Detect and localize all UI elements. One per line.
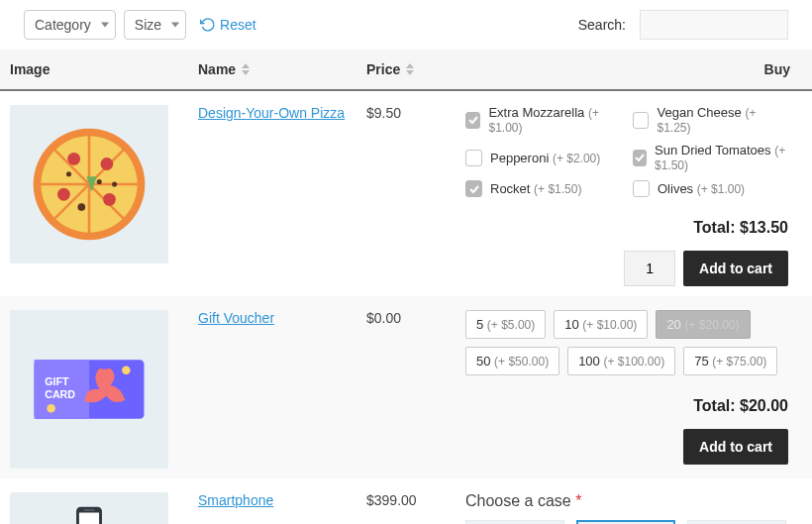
col-price[interactable]: Price — [366, 61, 465, 77]
table-row: Design-Your-Own Pizza $9.50 Extra Mozzar… — [0, 91, 812, 296]
search-input[interactable] — [640, 10, 788, 40]
pizza-icon — [26, 121, 152, 248]
option-checkbox[interactable]: Sun Dried Tomatoes (+ $1.50) — [633, 143, 788, 172]
sort-icon — [406, 63, 414, 75]
option-checkbox[interactable]: Extra Mozzarella (+ $1.00) — [465, 105, 621, 135]
option-checkbox[interactable]: Vegan Cheese (+ $1.25) — [633, 105, 788, 135]
svg-text:GIFT: GIFT — [45, 375, 69, 387]
svg-point-11 — [97, 179, 102, 184]
product-image[interactable] — [10, 105, 168, 263]
undo-icon — [200, 17, 216, 33]
size-select[interactable]: Size — [124, 10, 186, 40]
case-option[interactable] — [687, 520, 786, 524]
options-grid: Extra Mozzarella (+ $1.00) Vegan Cheese … — [465, 105, 788, 197]
svg-point-19 — [47, 404, 55, 413]
svg-point-9 — [103, 193, 116, 206]
amount-chip[interactable]: 5 (+ $5.00) — [465, 310, 546, 339]
reset-label: Reset — [220, 17, 256, 33]
amount-chip[interactable]: 10 (+ $10.00) — [554, 310, 648, 339]
col-image: Image — [10, 61, 198, 77]
reset-link[interactable]: Reset — [200, 17, 256, 33]
svg-rect-22 — [83, 509, 95, 511]
amount-chip[interactable]: 100 (+ $100.00) — [567, 347, 675, 375]
svg-text:CARD: CARD — [45, 388, 75, 400]
table-header: Image Name Price Buy — [0, 50, 812, 91]
total-label: Total: $13.50 — [465, 219, 788, 237]
product-name-link[interactable]: Smartphone — [198, 492, 273, 508]
svg-point-13 — [66, 171, 71, 176]
col-buy: Buy — [465, 61, 802, 77]
product-price: $399.00 — [366, 492, 465, 524]
chevron-down-icon — [171, 23, 179, 28]
product-price: $9.50 — [366, 105, 465, 286]
product-name-link[interactable]: Design-Your-Own Pizza — [198, 105, 345, 121]
chevron-down-icon — [101, 23, 109, 28]
case-option[interactable] — [465, 520, 564, 524]
add-to-cart-button[interactable]: Add to cart — [683, 251, 788, 286]
quantity-input[interactable] — [624, 251, 675, 286]
product-name-link[interactable]: Gift Voucher — [198, 310, 274, 326]
option-checkbox[interactable]: Rocket (+ $1.50) — [465, 180, 621, 197]
category-select-label: Category — [35, 17, 91, 33]
svg-point-10 — [77, 203, 85, 211]
table-row: GIFT CARD Gift Voucher $0.00 5 (+ $5.00)… — [0, 296, 812, 478]
amount-chip[interactable]: 20 (+ $20.00) — [656, 310, 750, 339]
amount-chip[interactable]: 50 (+ $50.00) — [465, 347, 559, 375]
col-name[interactable]: Name — [198, 61, 366, 77]
svg-point-18 — [122, 367, 131, 375]
table-row: Smartphone $399.00 Choose a case * — [0, 478, 812, 524]
case-options — [465, 520, 788, 524]
product-image[interactable]: GIFT CARD — [10, 310, 168, 469]
size-select-label: Size — [135, 17, 161, 33]
add-to-cart-button[interactable]: Add to cart — [683, 429, 788, 465]
option-checkbox[interactable]: Pepperoni (+ $2.00) — [465, 143, 621, 172]
filter-toolbar: Category Size Reset Search: — [0, 0, 812, 50]
product-price: $0.00 — [366, 310, 465, 469]
case-label: Choose a case * — [465, 492, 788, 510]
amount-chips: 5 (+ $5.00) 10 (+ $10.00) 20 (+ $20.00) … — [465, 310, 788, 375]
gift-card-icon: GIFT CARD — [26, 326, 152, 453]
sort-icon — [242, 63, 250, 75]
amount-chip[interactable]: 75 (+ $75.00) — [683, 347, 777, 375]
svg-point-12 — [112, 181, 117, 186]
total-label: Total: $20.00 — [465, 397, 788, 415]
option-checkbox[interactable]: Olives (+ $1.00) — [633, 180, 788, 197]
search-label: Search: — [578, 17, 626, 33]
svg-point-7 — [101, 157, 114, 170]
svg-point-8 — [57, 188, 70, 201]
svg-rect-21 — [79, 513, 99, 524]
svg-point-6 — [67, 153, 80, 165]
category-select[interactable]: Category — [24, 10, 116, 40]
product-image[interactable] — [10, 492, 168, 524]
case-option[interactable] — [576, 520, 675, 524]
smartphone-icon — [26, 501, 152, 524]
